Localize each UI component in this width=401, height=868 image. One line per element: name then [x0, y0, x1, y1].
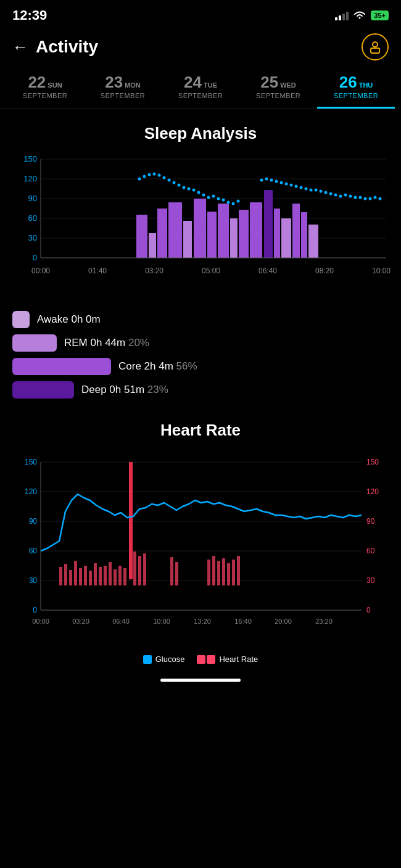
heart-rate-legend-label: Heart Rate — [219, 655, 258, 664]
svg-point-54 — [265, 178, 268, 181]
svg-point-64 — [315, 189, 318, 192]
svg-rect-107 — [59, 567, 62, 585]
svg-point-50 — [227, 201, 230, 204]
svg-text:13:20: 13:20 — [194, 618, 211, 625]
svg-rect-114 — [94, 563, 97, 585]
svg-text:06:40: 06:40 — [258, 267, 277, 275]
svg-rect-132 — [237, 556, 240, 585]
svg-point-43 — [192, 189, 196, 192]
svg-text:90: 90 — [28, 194, 37, 203]
svg-text:05:00: 05:00 — [202, 267, 220, 275]
sleep-chart: 150 120 90 60 30 0 — [10, 153, 391, 301]
svg-point-73 — [359, 196, 362, 199]
svg-rect-115 — [99, 567, 102, 585]
svg-rect-121 — [133, 552, 136, 585]
date-item-23[interactable]: 23 MON SEPTEMBER — [84, 68, 162, 109]
svg-point-77 — [379, 197, 382, 200]
svg-text:10:00: 10:00 — [153, 618, 170, 625]
svg-point-51 — [232, 202, 235, 205]
sleep-analysis-title: Sleep Analysis — [0, 124, 401, 143]
svg-rect-25 — [250, 202, 262, 258]
legend-deep: Deep 0h 51m 23% — [12, 381, 389, 399]
svg-rect-16 — [149, 233, 156, 258]
svg-rect-1 — [371, 48, 379, 53]
svg-text:120: 120 — [366, 487, 379, 496]
svg-point-59 — [290, 184, 293, 187]
svg-text:01:40: 01:40 — [88, 267, 107, 275]
svg-point-60 — [295, 185, 298, 188]
svg-rect-30 — [301, 212, 307, 258]
svg-text:150: 150 — [366, 458, 379, 466]
deep-swatch — [12, 381, 74, 399]
svg-point-35 — [153, 173, 156, 176]
awake-swatch — [12, 311, 30, 328]
svg-point-58 — [285, 183, 288, 186]
svg-point-47 — [212, 195, 215, 198]
svg-rect-128 — [217, 561, 220, 585]
svg-text:10:00: 10:00 — [372, 267, 391, 275]
svg-rect-28 — [281, 218, 291, 258]
date-item-22[interactable]: 22 SUN SEPTEMBER — [6, 68, 84, 109]
svg-point-34 — [148, 173, 151, 176]
svg-point-69 — [339, 195, 342, 198]
svg-point-42 — [188, 188, 191, 191]
date-item-25[interactable]: 25 WED SEPTEMBER — [239, 68, 317, 109]
svg-point-65 — [320, 190, 323, 193]
signal-icon — [335, 10, 349, 20]
svg-point-70 — [344, 194, 347, 197]
svg-point-76 — [374, 196, 377, 199]
svg-point-45 — [202, 194, 205, 197]
svg-text:30: 30 — [366, 576, 375, 585]
svg-point-56 — [275, 180, 278, 183]
svg-rect-130 — [227, 563, 230, 585]
svg-point-44 — [197, 191, 200, 194]
svg-text:30: 30 — [28, 233, 37, 242]
svg-point-68 — [334, 194, 337, 197]
profile-button[interactable] — [362, 33, 389, 60]
svg-text:0: 0 — [33, 606, 37, 614]
svg-text:0: 0 — [33, 253, 37, 262]
svg-text:120: 120 — [25, 487, 37, 496]
svg-point-61 — [300, 186, 303, 189]
core-swatch — [12, 358, 111, 375]
svg-rect-119 — [118, 566, 122, 585]
date-item-24[interactable]: 24 TUE SEPTEMBER — [162, 68, 239, 109]
svg-rect-27 — [274, 209, 280, 258]
svg-rect-123 — [143, 553, 146, 585]
svg-rect-26 — [264, 190, 273, 258]
legend-rem: REM 0h 44m 20% — [12, 334, 389, 352]
svg-point-48 — [217, 197, 220, 200]
status-icons: 35+ — [335, 10, 389, 20]
svg-point-37 — [163, 176, 166, 180]
svg-point-49 — [222, 199, 225, 202]
status-time: 12:39 — [12, 7, 47, 23]
home-indicator — [0, 674, 401, 689]
svg-point-75 — [369, 197, 372, 200]
svg-point-57 — [280, 181, 283, 184]
svg-point-32 — [138, 178, 141, 181]
svg-text:08:20: 08:20 — [315, 267, 334, 275]
svg-rect-116 — [104, 566, 107, 585]
svg-point-53 — [260, 179, 263, 182]
svg-rect-122 — [138, 556, 141, 585]
svg-rect-112 — [84, 566, 87, 585]
svg-point-55 — [270, 179, 273, 182]
svg-rect-108 — [64, 564, 67, 585]
svg-rect-18 — [168, 202, 182, 258]
svg-point-74 — [364, 197, 367, 200]
date-item-26[interactable]: 26 THU SEPTEMBER — [317, 68, 395, 109]
heart-rate-legend-item: Heart Rate — [197, 655, 258, 664]
svg-text:00:00: 00:00 — [32, 618, 49, 625]
svg-rect-125 — [175, 562, 178, 585]
svg-rect-120 — [123, 568, 126, 585]
svg-point-67 — [329, 192, 333, 196]
svg-text:03:20: 03:20 — [145, 267, 163, 275]
svg-point-36 — [158, 174, 161, 177]
back-button[interactable]: ← — [12, 38, 28, 57]
svg-text:60: 60 — [366, 547, 375, 555]
svg-point-41 — [183, 186, 186, 189]
svg-rect-109 — [69, 570, 72, 585]
page-title: Activity — [36, 37, 98, 57]
sleep-chart-container: 150 120 90 60 30 0 — [10, 153, 391, 304]
svg-rect-22 — [218, 204, 229, 258]
